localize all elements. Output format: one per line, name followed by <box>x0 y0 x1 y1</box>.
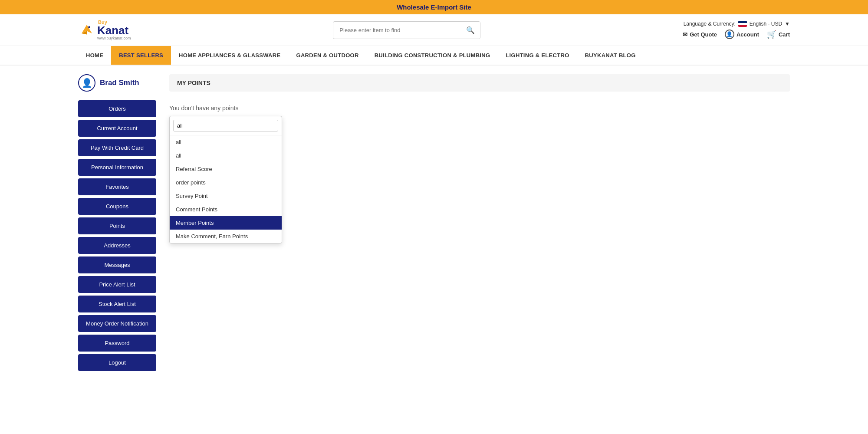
header-actions: ✉ Get Quote 👤 Account 🛒 Cart <box>683 30 790 39</box>
logo-area: Buy Kanat www.buykanat.com <box>78 20 131 40</box>
logo-bird-icon <box>78 21 95 39</box>
dropdown-item-survey-point[interactable]: Survey Point <box>170 189 282 203</box>
cart-button[interactable]: 🛒 Cart <box>767 30 790 39</box>
sidebar-btn-pay-credit-card[interactable]: Pay With Credit Card <box>78 139 156 156</box>
lang-currency-value: English - USD <box>750 21 782 27</box>
content-header: MY POINTS <box>169 74 790 92</box>
logo-text: Buy Kanat www.buykanat.com <box>97 20 131 40</box>
sidebar: 👤 Brad Smith Orders Current Account Pay … <box>78 74 156 371</box>
flag-icon <box>738 21 747 27</box>
user-name: Brad Smith <box>100 79 139 87</box>
dropdown-item-all2[interactable]: all <box>170 149 282 162</box>
dropdown-item-make-comment[interactable]: Make Comment, Earn Points <box>170 230 282 243</box>
lang-currency-label: Language & Currency: <box>684 21 736 27</box>
sidebar-btn-coupons[interactable]: Coupons <box>78 198 156 215</box>
banner-text: Wholesale E-Import Site <box>397 3 471 11</box>
logo-subtitle: www.buykanat.com <box>97 36 131 40</box>
nav-item-building[interactable]: BUILDING CONSTRUCTION & PLUMBING <box>367 46 498 65</box>
points-dropdown[interactable]: all all Referral Score order points Surv… <box>169 116 282 243</box>
dropdown-item-all1[interactable]: all <box>170 135 282 149</box>
main-container: 👤 Brad Smith Orders Current Account Pay … <box>0 66 868 380</box>
header: Buy Kanat www.buykanat.com 🔍 Language & … <box>0 14 868 46</box>
account-icon: 👤 <box>725 30 734 39</box>
search-input[interactable] <box>333 23 461 38</box>
nav-item-best-sellers[interactable]: BEST SELLERS <box>111 46 171 65</box>
search-button[interactable]: 🔍 <box>461 22 480 39</box>
dropdown-search-row[interactable] <box>170 116 282 135</box>
get-quote-button[interactable]: ✉ Get Quote <box>683 31 717 38</box>
search-bar[interactable]: 🔍 <box>333 21 480 39</box>
sidebar-btn-favorites[interactable]: Favorites <box>78 178 156 195</box>
sidebar-btn-stock-alert[interactable]: Stock Alert List <box>78 296 156 312</box>
cart-icon-wrap: 🛒 <box>767 30 776 39</box>
nav-item-lighting[interactable]: LIGHTING & ELECTRO <box>498 46 577 65</box>
dropdown-search-input[interactable] <box>173 120 278 132</box>
nav-item-garden-outdoor[interactable]: GARDEN & OUTDOOR <box>288 46 366 65</box>
dropdown-item-member-points[interactable]: Member Points <box>170 216 282 230</box>
no-points-text: You don't have any points <box>169 100 790 116</box>
account-label: Account <box>736 31 759 38</box>
svg-point-2 <box>88 26 90 28</box>
sidebar-btn-messages[interactable]: Messages <box>78 256 156 273</box>
nav-item-home[interactable]: HOME <box>78 46 111 65</box>
dropdown-item-comment-points[interactable]: Comment Points <box>170 203 282 216</box>
cart-label: Cart <box>779 31 790 38</box>
header-right: Language & Currency: English - USD ▼ ✉ G… <box>683 21 790 39</box>
sidebar-btn-addresses[interactable]: Addresses <box>78 237 156 254</box>
nav-item-home-appliances[interactable]: HOME APPLIANCES & GLASSWARE <box>171 46 288 65</box>
sidebar-btn-logout[interactable]: Logout <box>78 354 156 371</box>
sidebar-btn-points[interactable]: Points <box>78 217 156 234</box>
nav-item-blog[interactable]: BUYKANAT BLOG <box>577 46 644 65</box>
dropdown-item-referral-score[interactable]: Referral Score <box>170 162 282 176</box>
sidebar-menu: Orders Current Account Pay With Credit C… <box>78 100 156 371</box>
sidebar-btn-price-alert[interactable]: Price Alert List <box>78 276 156 293</box>
sidebar-btn-orders[interactable]: Orders <box>78 100 156 117</box>
cart-icon: 🛒 <box>767 30 776 39</box>
quote-icon: ✉ <box>683 31 687 38</box>
logo-kanat: Kanat <box>97 25 128 36</box>
sidebar-btn-current-account[interactable]: Current Account <box>78 120 156 137</box>
sidebar-btn-password[interactable]: Password <box>78 335 156 352</box>
account-button[interactable]: 👤 Account <box>725 30 759 39</box>
get-quote-label: Get Quote <box>690 31 717 38</box>
content-area: MY POINTS You don't have any points all … <box>169 74 790 371</box>
dropdown-item-order-points[interactable]: order points <box>170 176 282 189</box>
lang-currency[interactable]: Language & Currency: English - USD ▼ <box>684 21 790 27</box>
user-avatar: 👤 <box>78 74 95 92</box>
user-profile: 👤 Brad Smith <box>78 74 156 92</box>
sidebar-btn-money-order[interactable]: Money Order Notification <box>78 315 156 332</box>
sidebar-btn-personal-info[interactable]: Personal Information <box>78 159 156 176</box>
chevron-down-icon: ▼ <box>785 21 790 27</box>
top-banner: Wholesale E-Import Site <box>0 0 868 14</box>
main-nav: HOME BEST SELLERS HOME APPLIANCES & GLAS… <box>0 46 868 66</box>
